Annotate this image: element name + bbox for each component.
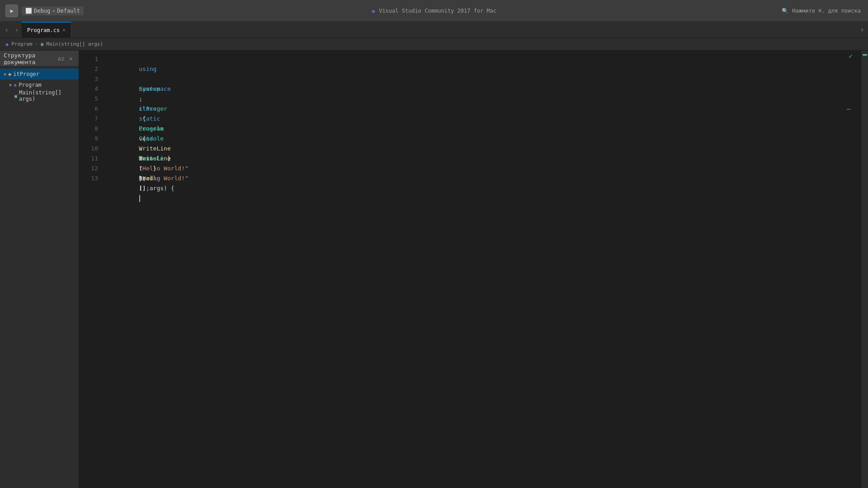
tabs-more-button[interactable]: › xyxy=(860,25,868,34)
code-line-12: } xyxy=(102,164,861,174)
line-num: 1 xyxy=(79,54,98,64)
sidebar-content: ▼ ◆ itProger ▼ ◈ Program ▣ Main(string[]… xyxy=(0,67,79,488)
titlebar-center: ◈ Visual Studio Community 2017 for Mac xyxy=(372,7,497,14)
line-num: 6 xyxy=(79,104,98,114)
tree-expand-arrow: ▼ xyxy=(4,72,6,77)
code-line-5: static void Main ( string [] args) { xyxy=(102,94,861,104)
line-num: 11 xyxy=(79,154,98,164)
breadcrumb-part1[interactable]: Program xyxy=(11,41,32,47)
vs-icon: ◈ xyxy=(372,7,375,14)
breadcrumb-method-icon: ▣ xyxy=(41,42,43,47)
nav-forward-button[interactable]: › xyxy=(12,25,22,35)
main-layout: Структура документа az ✕ ▼ ◆ itProger ▼ … xyxy=(0,51,868,488)
sidebar-sort-button[interactable]: az xyxy=(57,55,65,63)
code-line-2 xyxy=(102,64,861,74)
search-icon: 🔍 xyxy=(782,8,788,14)
line-num: 10 xyxy=(79,144,98,154)
checkmark-indicator: ✓ xyxy=(849,52,853,60)
debug-label: Debug xyxy=(34,8,50,14)
tree-label-main: Main(string[] args) xyxy=(19,89,79,102)
collapse-button[interactable]: − xyxy=(844,105,853,113)
code-line-9: Console . Read (); xyxy=(102,134,861,144)
code-line-8: ✏ xyxy=(102,124,861,134)
line-num: 4 xyxy=(79,84,98,94)
breadcrumb-sep1: › xyxy=(35,41,38,47)
titlebar-right: 🔍 Нажмите ⌘. для поиска xyxy=(782,8,868,14)
code-line-13 xyxy=(102,174,861,183)
tree-label-itproger: itProger xyxy=(13,71,39,77)
right-sidebar xyxy=(861,51,868,488)
code-line-6: Console . WriteLine ( "Hello World!" ); xyxy=(102,104,861,114)
debug-separator: › xyxy=(52,8,55,14)
titlebar: ⬜ Debug › Default ◈ Visual Studio Commun… xyxy=(0,0,868,22)
sidebar-title: Структура документа xyxy=(4,52,54,66)
tab-close-button[interactable]: ✕ xyxy=(62,27,66,33)
line-num: 5 xyxy=(79,94,98,104)
sidebar-header: Структура документа az ✕ xyxy=(0,51,79,67)
line-num: 12 xyxy=(79,164,98,174)
text-cursor xyxy=(139,195,140,202)
editor-content: 1 2 3 4 5 6 7 8 9 10 11 12 13 using Syst xyxy=(79,51,861,488)
app-title: Visual Studio Community 2017 for Mac xyxy=(379,8,496,14)
debug-icon: ⬜ xyxy=(25,8,32,14)
default-label: Default xyxy=(57,8,80,14)
code-line-11: } xyxy=(102,154,861,164)
line-num: 2 xyxy=(79,64,98,74)
sidebar-item-main[interactable]: ▣ Main(string[] args) xyxy=(0,90,79,101)
line-num: 13 xyxy=(79,174,98,183)
line-num: 8 xyxy=(79,124,98,134)
code-editor[interactable]: 1 2 3 4 5 6 7 8 9 10 11 12 13 using Syst xyxy=(79,51,861,488)
tab-program-cs[interactable]: Program.cs ✕ xyxy=(22,22,71,38)
code-line-7: Console . WriteLine ( "Hello World!" ); xyxy=(102,114,861,124)
method-icon: ▣ xyxy=(14,94,17,99)
breadcrumb-part2[interactable]: Main(string[] args) xyxy=(46,41,103,47)
code-line-10: } xyxy=(102,144,861,154)
tree-label-program: Program xyxy=(19,82,42,88)
line-num: 3 xyxy=(79,74,98,84)
tabs-row: ‹ › Program.cs ✕ › xyxy=(0,22,868,38)
line-num: 7 xyxy=(79,114,98,124)
debug-config[interactable]: ⬜ Debug › Default xyxy=(22,6,84,15)
code-line-4: class Program { xyxy=(102,84,861,94)
tree-expand-arrow: ▼ xyxy=(9,83,12,88)
sidebar-close-button[interactable]: ✕ xyxy=(67,55,75,63)
solution-icon: ◆ xyxy=(8,71,11,77)
search-hint: Нажмите ⌘. для поиска xyxy=(792,8,861,14)
code-area[interactable]: using System ; namespace itProger { xyxy=(102,54,861,488)
nav-back-button[interactable]: ‹ xyxy=(2,25,12,35)
line-numbers: 1 2 3 4 5 6 7 8 9 10 11 12 13 xyxy=(79,54,102,488)
code-line-1: using System ; xyxy=(102,54,861,64)
sidebar: Структура документа az ✕ ▼ ◆ itProger ▼ … xyxy=(0,51,79,488)
tab-label: Program.cs xyxy=(27,27,60,33)
breadcrumb-project-icon: ◈ xyxy=(5,41,9,47)
code-line-3: namespace itProger { xyxy=(102,74,861,84)
run-button[interactable] xyxy=(5,5,18,17)
sidebar-actions: az ✕ xyxy=(57,55,75,63)
sidebar-item-program[interactable]: ▼ ◈ Program xyxy=(0,80,79,90)
line-num: 9 xyxy=(79,134,98,144)
breadcrumb: ◈ Program › ▣ Main(string[] args) xyxy=(0,38,868,51)
error-mark xyxy=(863,54,867,56)
project-icon: ◈ xyxy=(14,82,17,88)
sidebar-item-itproger[interactable]: ▼ ◆ itProger xyxy=(0,69,79,80)
titlebar-left: ⬜ Debug › Default xyxy=(0,5,84,17)
